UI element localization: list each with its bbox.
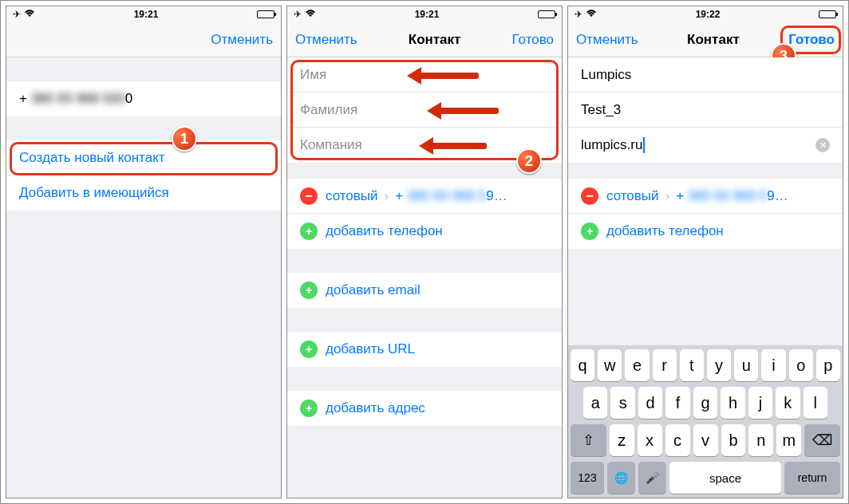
battery-icon (538, 10, 555, 18)
letter-key[interactable]: m (776, 424, 801, 456)
letter-key[interactable]: g (693, 387, 717, 419)
company-field[interactable]: lumpics.ru ✕ (568, 128, 843, 163)
cancel-button[interactable]: Отменить (576, 32, 638, 48)
letter-key[interactable]: l (804, 387, 827, 419)
blurred-number: 380 93 968 5 (407, 188, 486, 203)
add-phone-button[interactable]: + добавить телефон (568, 214, 843, 249)
remove-icon[interactable]: − (300, 187, 318, 205)
add-icon: + (300, 341, 318, 358)
nav-title: Контакт (409, 32, 461, 48)
name-field[interactable]: Lumpics (568, 57, 843, 93)
add-url-button[interactable]: + добавить URL (287, 332, 562, 367)
status-time: 19:22 (696, 9, 721, 20)
add-icon: + (581, 222, 598, 240)
letter-key[interactable]: o (789, 349, 813, 381)
add-address-button[interactable]: + добавить адрес (287, 391, 562, 426)
cancel-button[interactable]: Отменить (295, 32, 357, 48)
add-icon: + (300, 400, 318, 417)
letter-key[interactable]: j (748, 387, 772, 419)
letter-key[interactable]: i (761, 349, 785, 381)
letter-key[interactable]: u (734, 349, 758, 381)
blurred-number: 380 93 968 5 (688, 188, 767, 203)
nav-bar: Отменить Контакт Готово (287, 22, 562, 57)
nav-bar: Отменить Контакт Готово 3 (568, 22, 843, 57)
surname-field[interactable]: Фамилия (287, 93, 562, 128)
blurred-number: 380 93 968 593 (31, 91, 125, 106)
battery-icon (819, 10, 836, 18)
letter-key[interactable]: t (680, 349, 704, 381)
letter-key[interactable]: d (638, 387, 662, 419)
surname-field[interactable]: Test_3 (568, 93, 843, 128)
letter-key[interactable]: c (665, 424, 690, 456)
tutorial-composite: ✈ 19:21 Отменить + 380 93 968 5930 Созда… (0, 0, 849, 504)
nav-bar: Отменить (6, 22, 281, 57)
add-icon: + (300, 222, 318, 240)
status-bar: ✈ 19:21 (287, 6, 562, 22)
letter-key[interactable]: a (583, 387, 607, 419)
create-contact-button[interactable]: Создать новый контакт (6, 140, 281, 175)
letter-key[interactable]: y (707, 349, 731, 381)
airplane-icon: ✈ (575, 9, 582, 20)
space-key[interactable]: space (669, 462, 781, 494)
add-phone-button[interactable]: + добавить телефон (287, 214, 562, 249)
add-email-button[interactable]: + добавить email (287, 273, 562, 308)
phone-screenshot-1: ✈ 19:21 Отменить + 380 93 968 5930 Созда… (6, 6, 282, 498)
phone-entry-row[interactable]: − сотовый › + 380 93 968 59… (287, 179, 562, 214)
airplane-icon: ✈ (13, 9, 21, 20)
phone-screenshot-2: ✈ 19:21 Отменить Контакт Готово Имя Фами… (286, 6, 563, 498)
letter-key[interactable]: p (816, 349, 840, 381)
phone-entry-row[interactable]: − сотовый › + 380 93 968 59… (568, 179, 843, 214)
battery-icon (257, 10, 274, 18)
return-key[interactable]: return (784, 462, 840, 494)
letter-key[interactable]: r (653, 349, 677, 381)
globe-key[interactable]: 🌐 (607, 462, 635, 494)
wifi-icon (586, 9, 597, 20)
wifi-icon (24, 9, 35, 20)
letter-key[interactable]: e (625, 349, 649, 381)
shift-key[interactable]: ⇧ (571, 424, 606, 456)
letter-key[interactable]: w (598, 349, 622, 381)
letter-key[interactable]: b (721, 424, 746, 456)
backspace-key[interactable]: ⌫ (804, 424, 840, 456)
name-field[interactable]: Имя (287, 57, 562, 93)
letter-key[interactable]: x (638, 424, 662, 456)
chevron-right-icon: › (385, 188, 389, 204)
status-time: 19:21 (134, 9, 159, 20)
status-bar: ✈ 19:22 (568, 6, 843, 22)
letter-key[interactable]: n (748, 424, 773, 456)
letter-key[interactable]: q (571, 349, 594, 381)
phone-number-row: + 380 93 968 5930 (6, 81, 281, 116)
nav-title: Контакт (687, 32, 740, 48)
letter-key[interactable]: s (610, 387, 634, 419)
letter-key[interactable]: k (776, 387, 800, 419)
letter-key[interactable]: h (721, 387, 744, 419)
done-button[interactable]: Готово (788, 32, 835, 48)
remove-icon[interactable]: − (581, 187, 598, 205)
cancel-button[interactable]: Отменить (211, 32, 273, 48)
status-time: 19:21 (415, 9, 440, 20)
text-cursor (643, 137, 645, 153)
add-icon: + (300, 282, 318, 299)
letter-key[interactable]: v (693, 424, 718, 456)
chevron-right-icon: › (665, 188, 670, 204)
step-badge-1: 1 (172, 126, 197, 152)
mic-key[interactable]: 🎤 (638, 462, 666, 494)
numeric-key[interactable]: 123 (571, 462, 604, 494)
add-to-existing-button[interactable]: Добавить в имеющийся (6, 175, 281, 211)
airplane-icon: ✈ (294, 9, 302, 20)
keyboard[interactable]: qwertyuiop asdfghjkl ⇧ zxcvbnm ⌫ 123 🌐 🎤… (568, 345, 843, 498)
done-button[interactable]: Готово (512, 32, 555, 48)
status-bar: ✈ 19:21 (6, 6, 281, 22)
letter-key[interactable]: z (610, 424, 634, 456)
clear-icon[interactable]: ✕ (815, 138, 830, 152)
step-badge-2: 2 (516, 148, 542, 174)
phone-screenshot-3: ✈ 19:22 Отменить Контакт Готово 3 Lumpic… (567, 6, 843, 498)
wifi-icon (305, 9, 316, 20)
letter-key[interactable]: f (665, 387, 689, 419)
